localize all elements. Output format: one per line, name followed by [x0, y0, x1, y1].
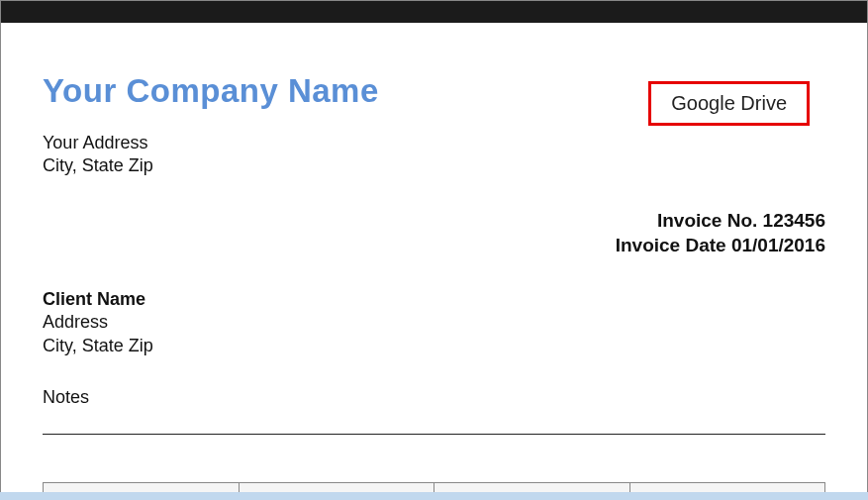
- invoice-number[interactable]: Invoice No. 123456: [43, 208, 825, 234]
- invoice-date[interactable]: Invoice Date 01/01/2016: [43, 233, 825, 258]
- client-address-line1[interactable]: Address: [43, 311, 825, 334]
- client-name[interactable]: Client Name: [43, 288, 825, 311]
- client-address-line2[interactable]: City, State Zip: [43, 335, 825, 357]
- invoice-meta: Invoice No. 123456 Invoice Date 01/01/20…: [43, 208, 825, 258]
- divider-line: [43, 434, 825, 435]
- company-address-line1[interactable]: Your Address: [43, 132, 825, 154]
- document-frame: Google Drive Your Company Name Your Addr…: [0, 0, 868, 492]
- invoice-page: Google Drive Your Company Name Your Addr…: [1, 23, 867, 500]
- bottom-edge: [0, 492, 868, 500]
- drive-highlight-box: Google Drive: [648, 81, 810, 126]
- notes-label[interactable]: Notes: [43, 387, 825, 408]
- top-toolbar: [1, 1, 867, 23]
- client-section: Client Name Address City, State Zip: [43, 288, 825, 357]
- company-address-line2[interactable]: City, State Zip: [43, 154, 825, 177]
- drive-label: Google Drive: [671, 92, 787, 114]
